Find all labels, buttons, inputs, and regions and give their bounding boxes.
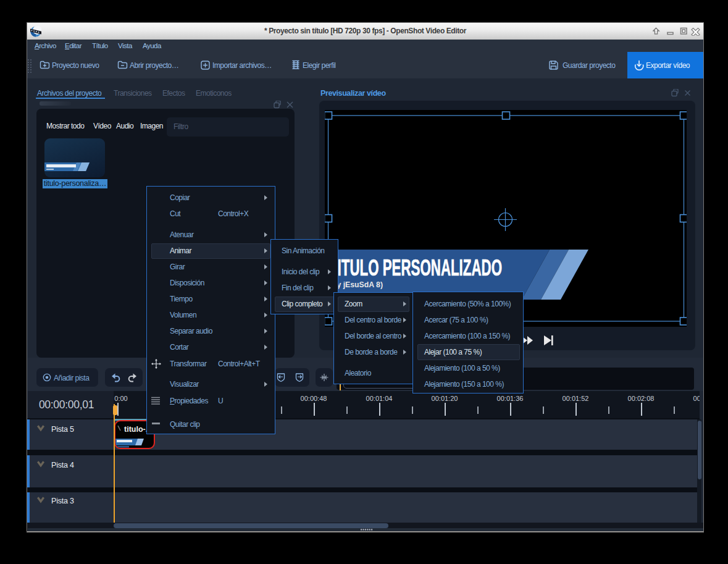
- svg-text:TITULO PERSONALIZADO: TITULO PERSONALIZADO: [329, 255, 502, 280]
- svg-text:titulo-.: titulo-.: [124, 425, 148, 434]
- svg-text:by jEsuSdA 8): by jEsuSdA 8): [332, 280, 383, 289]
